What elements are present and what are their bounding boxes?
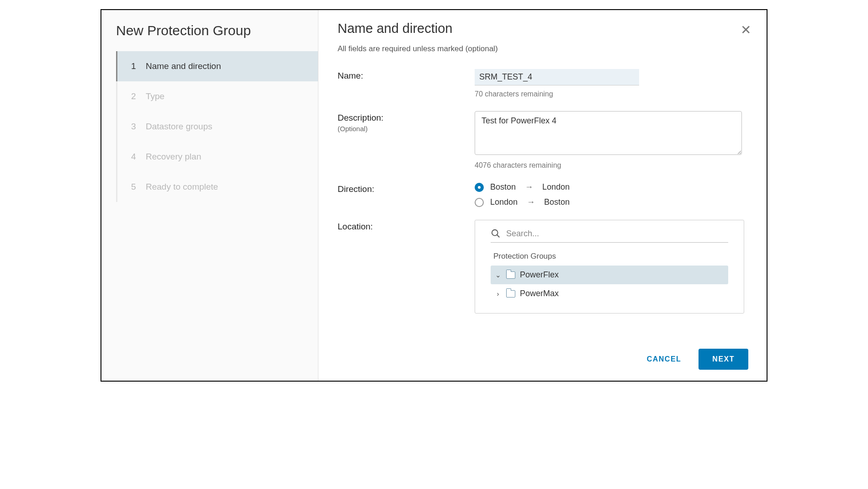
step-number: 2 bbox=[131, 91, 138, 101]
tree-item-powermax[interactable]: › PowerMax bbox=[491, 284, 728, 303]
radio-unselected-icon bbox=[475, 198, 484, 207]
direction-to: London bbox=[542, 182, 570, 192]
cancel-button[interactable]: CANCEL bbox=[641, 351, 687, 368]
name-row: Name: 70 characters remaining bbox=[338, 69, 748, 98]
step-number: 5 bbox=[131, 182, 138, 192]
folder-icon bbox=[506, 290, 515, 298]
location-search-input[interactable] bbox=[506, 229, 728, 239]
step-number: 4 bbox=[131, 152, 138, 162]
name-input[interactable] bbox=[475, 69, 639, 85]
description-label: Description: (Optional) bbox=[338, 111, 475, 133]
description-hint: 4076 characters remaining bbox=[475, 161, 748, 170]
optional-marker: (Optional) bbox=[338, 125, 475, 133]
step-number: 3 bbox=[131, 122, 138, 132]
chevron-right-icon: › bbox=[494, 290, 502, 298]
direction-from: Boston bbox=[490, 182, 516, 192]
direction-label: Direction: bbox=[338, 182, 475, 194]
chevron-down-icon: ⌄ bbox=[494, 271, 502, 279]
next-button[interactable]: NEXT bbox=[699, 349, 748, 370]
step-datastore-groups[interactable]: 3 Datastore groups bbox=[117, 112, 318, 142]
direction-radio-group: Boston → London London → Boston bbox=[475, 182, 748, 207]
page-title: Name and direction bbox=[338, 21, 748, 36]
step-label: Recovery plan bbox=[146, 152, 201, 162]
location-label: Location: bbox=[338, 220, 475, 232]
tree-header: Protection Groups bbox=[493, 252, 728, 261]
wizard-main: ✕ Name and direction All fields are requ… bbox=[318, 10, 767, 381]
step-type[interactable]: 2 Type bbox=[117, 81, 318, 112]
tree-item-powerflex[interactable]: ⌄ PowerFlex bbox=[491, 266, 728, 284]
step-label: Name and direction bbox=[146, 61, 221, 71]
step-recovery-plan[interactable]: 4 Recovery plan bbox=[117, 142, 318, 172]
tree-item-label: PowerFlex bbox=[520, 270, 559, 280]
step-number: 1 bbox=[131, 61, 138, 71]
name-hint: 70 characters remaining bbox=[475, 90, 748, 98]
location-row: Location: Protection Groups ⌄ Power bbox=[338, 220, 748, 314]
wizard-sidebar: New Protection Group 1 Name and directio… bbox=[101, 10, 318, 381]
search-icon bbox=[491, 229, 501, 239]
svg-line-1 bbox=[497, 235, 500, 238]
step-ready-to-complete[interactable]: 5 Ready to complete bbox=[117, 172, 318, 202]
folder-icon bbox=[506, 271, 515, 279]
wizard-steps: 1 Name and direction 2 Type 3 Datastore … bbox=[116, 51, 318, 202]
step-name-and-direction[interactable]: 1 Name and direction bbox=[116, 51, 318, 81]
arrow-right-icon: → bbox=[527, 197, 535, 207]
direction-to: Boston bbox=[544, 197, 570, 207]
wizard-title: New Protection Group bbox=[101, 23, 318, 51]
radio-selected-icon bbox=[475, 183, 484, 192]
location-tree-panel: Protection Groups ⌄ PowerFlex › PowerMax bbox=[475, 220, 744, 314]
close-icon: ✕ bbox=[741, 23, 751, 37]
direction-row: Direction: Boston → London London → Bost… bbox=[338, 182, 748, 207]
arrow-right-icon: → bbox=[525, 182, 533, 192]
wizard-dialog: New Protection Group 1 Name and directio… bbox=[101, 9, 767, 382]
page-subtitle: All fields are required unless marked (o… bbox=[338, 44, 748, 53]
svg-point-0 bbox=[492, 230, 498, 236]
direction-from: London bbox=[490, 197, 518, 207]
direction-option-london-boston[interactable]: London → Boston bbox=[475, 197, 748, 207]
step-label: Ready to complete bbox=[146, 182, 218, 192]
tree-item-label: PowerMax bbox=[520, 289, 559, 298]
step-label: Datastore groups bbox=[146, 122, 212, 132]
step-label: Type bbox=[146, 91, 164, 101]
direction-option-boston-london[interactable]: Boston → London bbox=[475, 182, 748, 192]
close-button[interactable]: ✕ bbox=[741, 24, 751, 37]
description-row: Description: (Optional) 4076 characters … bbox=[338, 111, 748, 170]
description-textarea[interactable] bbox=[475, 111, 742, 155]
search-wrap bbox=[491, 227, 728, 243]
name-label: Name: bbox=[338, 69, 475, 81]
wizard-footer: CANCEL NEXT bbox=[338, 340, 748, 370]
